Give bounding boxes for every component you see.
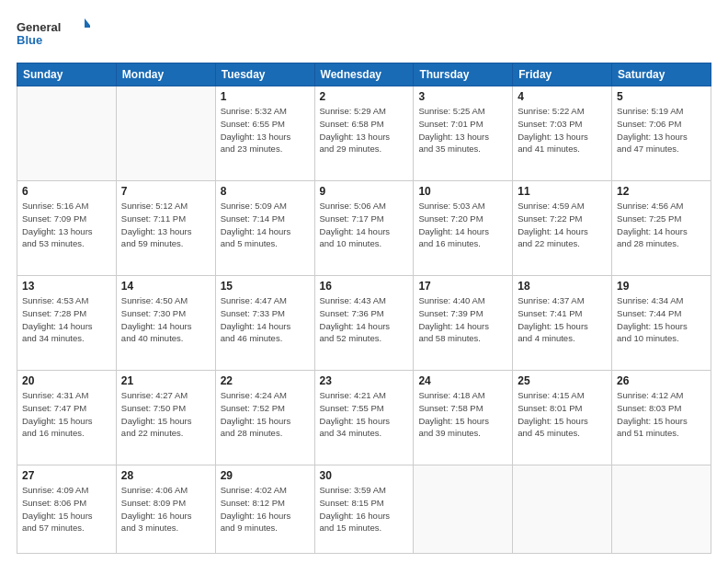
calendar-cell: 17Sunrise: 4:40 AM Sunset: 7:39 PM Dayli… bbox=[414, 276, 513, 371]
calendar-week-row: 6Sunrise: 5:16 AM Sunset: 7:09 PM Daylig… bbox=[17, 181, 711, 276]
calendar-week-row: 27Sunrise: 4:09 AM Sunset: 8:06 PM Dayli… bbox=[17, 465, 711, 554]
calendar-cell: 9Sunrise: 5:06 AM Sunset: 7:17 PM Daylig… bbox=[314, 181, 414, 276]
logo: General Blue bbox=[17, 17, 90, 53]
calendar-cell bbox=[116, 86, 215, 181]
calendar-cell: 24Sunrise: 4:18 AM Sunset: 7:58 PM Dayli… bbox=[414, 371, 513, 465]
calendar-header-row: SundayMondayTuesdayWednesdayThursdayFrid… bbox=[17, 63, 711, 86]
day-number: 23 bbox=[320, 374, 409, 387]
calendar-cell: 13Sunrise: 4:53 AM Sunset: 7:28 PM Dayli… bbox=[17, 276, 117, 371]
day-number: 20 bbox=[22, 374, 111, 387]
day-number: 4 bbox=[518, 90, 607, 103]
day-detail: Sunrise: 4:40 AM Sunset: 7:39 PM Dayligh… bbox=[418, 294, 507, 345]
calendar-cell: 25Sunrise: 4:15 AM Sunset: 8:01 PM Dayli… bbox=[513, 371, 612, 465]
calendar-week-row: 1Sunrise: 5:32 AM Sunset: 6:55 PM Daylig… bbox=[17, 86, 711, 181]
day-number: 6 bbox=[22, 185, 111, 198]
day-number: 7 bbox=[121, 185, 210, 198]
day-detail: Sunrise: 4:12 AM Sunset: 8:03 PM Dayligh… bbox=[617, 389, 706, 440]
day-detail: Sunrise: 5:03 AM Sunset: 7:20 PM Dayligh… bbox=[418, 200, 507, 250]
svg-text:General: General bbox=[17, 20, 61, 34]
calendar-cell: 16Sunrise: 4:43 AM Sunset: 7:36 PM Dayli… bbox=[314, 276, 414, 371]
day-detail: Sunrise: 5:25 AM Sunset: 7:01 PM Dayligh… bbox=[418, 105, 507, 155]
day-detail: Sunrise: 4:06 AM Sunset: 8:09 PM Dayligh… bbox=[121, 484, 210, 534]
calendar-cell: 20Sunrise: 4:31 AM Sunset: 7:47 PM Dayli… bbox=[17, 371, 117, 465]
day-detail: Sunrise: 4:18 AM Sunset: 7:58 PM Dayligh… bbox=[418, 389, 507, 440]
calendar-cell: 12Sunrise: 4:56 AM Sunset: 7:25 PM Dayli… bbox=[612, 181, 711, 276]
svg-marker-2 bbox=[85, 18, 90, 28]
calendar-cell: 21Sunrise: 4:27 AM Sunset: 7:50 PM Dayli… bbox=[116, 371, 215, 465]
calendar-cell: 15Sunrise: 4:47 AM Sunset: 7:33 PM Dayli… bbox=[215, 276, 314, 371]
weekday-header: Tuesday bbox=[215, 63, 314, 86]
day-number: 30 bbox=[320, 469, 409, 482]
day-number: 2 bbox=[320, 90, 409, 103]
day-number: 25 bbox=[518, 374, 607, 387]
calendar-cell bbox=[513, 465, 612, 554]
day-number: 16 bbox=[320, 280, 409, 293]
day-detail: Sunrise: 4:24 AM Sunset: 7:52 PM Dayligh… bbox=[221, 389, 310, 440]
calendar-cell bbox=[17, 86, 117, 181]
page: General Blue SundayMondayTuesdayWednesda… bbox=[0, 0, 728, 563]
day-number: 22 bbox=[221, 374, 310, 387]
calendar-cell: 4Sunrise: 5:22 AM Sunset: 7:03 PM Daylig… bbox=[513, 86, 612, 181]
calendar-cell bbox=[612, 465, 711, 554]
calendar-cell bbox=[414, 465, 513, 554]
calendar-cell: 2Sunrise: 5:29 AM Sunset: 6:58 PM Daylig… bbox=[314, 86, 414, 181]
calendar-cell: 30Sunrise: 3:59 AM Sunset: 8:15 PM Dayli… bbox=[314, 465, 414, 554]
day-number: 19 bbox=[617, 280, 706, 293]
calendar-cell: 27Sunrise: 4:09 AM Sunset: 8:06 PM Dayli… bbox=[17, 465, 117, 554]
calendar-table: SundayMondayTuesdayWednesdayThursdayFrid… bbox=[17, 63, 711, 554]
calendar-cell: 26Sunrise: 4:12 AM Sunset: 8:03 PM Dayli… bbox=[612, 371, 711, 465]
calendar-week-row: 13Sunrise: 4:53 AM Sunset: 7:28 PM Dayli… bbox=[17, 276, 711, 371]
calendar-cell: 28Sunrise: 4:06 AM Sunset: 8:09 PM Dayli… bbox=[116, 465, 215, 554]
day-number: 18 bbox=[518, 280, 607, 293]
day-number: 5 bbox=[617, 90, 706, 103]
calendar-cell: 6Sunrise: 5:16 AM Sunset: 7:09 PM Daylig… bbox=[17, 181, 117, 276]
calendar-cell: 1Sunrise: 5:32 AM Sunset: 6:55 PM Daylig… bbox=[215, 86, 314, 181]
day-detail: Sunrise: 5:06 AM Sunset: 7:17 PM Dayligh… bbox=[320, 200, 409, 250]
day-number: 21 bbox=[121, 374, 210, 387]
day-number: 9 bbox=[320, 185, 409, 198]
day-detail: Sunrise: 4:15 AM Sunset: 8:01 PM Dayligh… bbox=[518, 389, 607, 440]
day-number: 13 bbox=[22, 280, 111, 293]
day-detail: Sunrise: 5:29 AM Sunset: 6:58 PM Dayligh… bbox=[320, 105, 409, 155]
calendar-cell: 11Sunrise: 4:59 AM Sunset: 7:22 PM Dayli… bbox=[513, 181, 612, 276]
day-detail: Sunrise: 4:21 AM Sunset: 7:55 PM Dayligh… bbox=[320, 389, 409, 440]
calendar-cell: 7Sunrise: 5:12 AM Sunset: 7:11 PM Daylig… bbox=[116, 181, 215, 276]
day-detail: Sunrise: 5:16 AM Sunset: 7:09 PM Dayligh… bbox=[22, 200, 111, 250]
weekday-header: Saturday bbox=[612, 63, 711, 86]
header: General Blue bbox=[17, 17, 711, 53]
day-number: 1 bbox=[221, 90, 310, 103]
day-detail: Sunrise: 5:32 AM Sunset: 6:55 PM Dayligh… bbox=[221, 105, 310, 155]
calendar-cell: 19Sunrise: 4:34 AM Sunset: 7:44 PM Dayli… bbox=[612, 276, 711, 371]
day-detail: Sunrise: 5:22 AM Sunset: 7:03 PM Dayligh… bbox=[518, 105, 607, 155]
weekday-header: Thursday bbox=[414, 63, 513, 86]
day-detail: Sunrise: 4:53 AM Sunset: 7:28 PM Dayligh… bbox=[22, 294, 111, 345]
day-detail: Sunrise: 4:31 AM Sunset: 7:47 PM Dayligh… bbox=[22, 389, 111, 440]
weekday-header: Wednesday bbox=[314, 63, 414, 86]
calendar-cell: 14Sunrise: 4:50 AM Sunset: 7:30 PM Dayli… bbox=[116, 276, 215, 371]
calendar-cell: 3Sunrise: 5:25 AM Sunset: 7:01 PM Daylig… bbox=[414, 86, 513, 181]
calendar-week-row: 20Sunrise: 4:31 AM Sunset: 7:47 PM Dayli… bbox=[17, 371, 711, 465]
day-number: 29 bbox=[221, 469, 310, 482]
day-detail: Sunrise: 4:37 AM Sunset: 7:41 PM Dayligh… bbox=[518, 294, 607, 345]
day-detail: Sunrise: 4:43 AM Sunset: 7:36 PM Dayligh… bbox=[320, 294, 409, 345]
calendar-cell: 5Sunrise: 5:19 AM Sunset: 7:06 PM Daylig… bbox=[612, 86, 711, 181]
day-detail: Sunrise: 4:56 AM Sunset: 7:25 PM Dayligh… bbox=[617, 200, 706, 250]
calendar-cell: 29Sunrise: 4:02 AM Sunset: 8:12 PM Dayli… bbox=[215, 465, 314, 554]
day-detail: Sunrise: 4:59 AM Sunset: 7:22 PM Dayligh… bbox=[518, 200, 607, 250]
calendar-cell: 23Sunrise: 4:21 AM Sunset: 7:55 PM Dayli… bbox=[314, 371, 414, 465]
day-number: 17 bbox=[418, 280, 507, 293]
day-number: 3 bbox=[418, 90, 507, 103]
day-detail: Sunrise: 4:34 AM Sunset: 7:44 PM Dayligh… bbox=[617, 294, 706, 345]
day-number: 10 bbox=[418, 185, 507, 198]
day-detail: Sunrise: 4:47 AM Sunset: 7:33 PM Dayligh… bbox=[221, 294, 310, 345]
day-number: 24 bbox=[418, 374, 507, 387]
day-number: 15 bbox=[221, 280, 310, 293]
logo-svg: General Blue bbox=[17, 17, 90, 53]
weekday-header: Friday bbox=[513, 63, 612, 86]
day-number: 14 bbox=[121, 280, 210, 293]
day-detail: Sunrise: 4:50 AM Sunset: 7:30 PM Dayligh… bbox=[121, 294, 210, 345]
calendar-cell: 18Sunrise: 4:37 AM Sunset: 7:41 PM Dayli… bbox=[513, 276, 612, 371]
day-detail: Sunrise: 5:09 AM Sunset: 7:14 PM Dayligh… bbox=[221, 200, 310, 250]
svg-text:Blue: Blue bbox=[17, 33, 42, 47]
day-detail: Sunrise: 3:59 AM Sunset: 8:15 PM Dayligh… bbox=[320, 484, 409, 534]
